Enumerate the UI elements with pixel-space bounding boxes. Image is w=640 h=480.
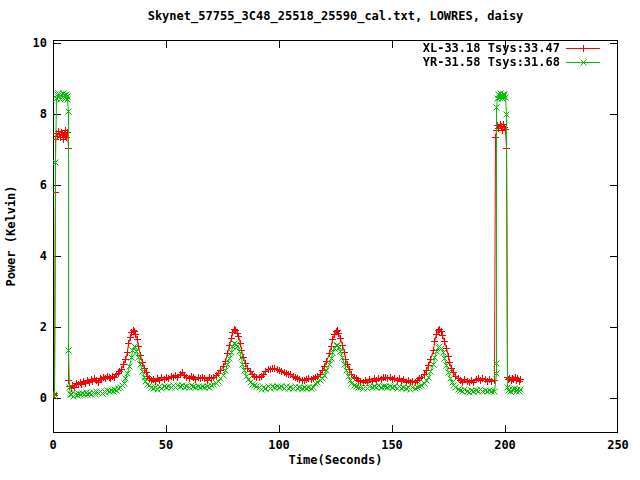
x-tick-label: 50 — [136, 438, 196, 452]
legend-sample-yr-cross-icon — [565, 55, 601, 69]
legend-row-xl: XL-33.18 Tsys:33.47 — [0, 41, 640, 55]
legend-label-yr: YR-31.58 Tsys:31.68 — [423, 55, 560, 69]
x-tick-label: 200 — [475, 438, 535, 452]
plot-figure: Skynet_57755_3C48_25518_25590_cal.txt, L… — [0, 0, 640, 480]
x-tick-label: 0 — [23, 438, 83, 452]
y-axis-label: Power (Kelvin) — [4, 121, 18, 351]
x-tick-label: 250 — [588, 438, 640, 452]
legend-sample-xl-plus-icon — [565, 41, 601, 55]
x-axis-label: Time(Seconds) — [53, 453, 618, 467]
x-tick-label: 150 — [362, 438, 422, 452]
legend-label-xl: XL-33.18 Tsys:33.47 — [423, 41, 560, 55]
chart-title: Skynet_57755_3C48_25518_25590_cal.txt, L… — [53, 9, 618, 23]
plot-area-canvas — [53, 40, 618, 433]
y-tick-label: 4 — [40, 250, 47, 262]
y-tick-label: 0 — [40, 392, 47, 404]
y-tick-label: 2 — [40, 321, 47, 333]
y-tick-label: 6 — [40, 179, 47, 191]
legend-row-yr: YR-31.58 Tsys:31.68 — [0, 55, 640, 69]
x-tick-label: 100 — [249, 438, 309, 452]
y-tick-label: 8 — [40, 108, 47, 120]
